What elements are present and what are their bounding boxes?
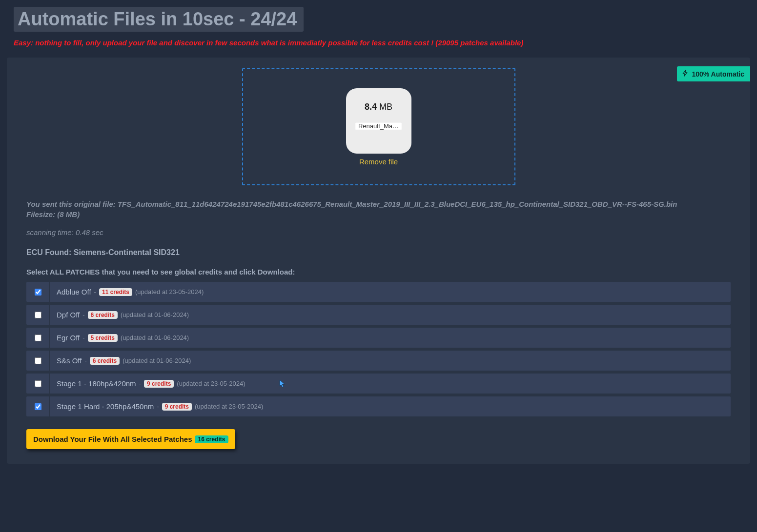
download-button[interactable]: Download Your File With All Selected Pat… [26, 429, 235, 449]
patch-row: Egr Off - 5 credits (updated at 01-06-20… [26, 328, 731, 348]
page-subtitle: Easy: nothing to fill, only upload your … [14, 39, 757, 47]
credit-badge: 5 credits [88, 334, 118, 342]
patch-checkbox[interactable] [35, 357, 41, 364]
patch-checkbox-cell [26, 374, 50, 394]
file-name: Renault_Ma… [355, 122, 402, 130]
dash: - [157, 403, 159, 410]
file-size: 8.4 MB [365, 102, 392, 112]
credit-badge: 9 credits [144, 380, 174, 388]
dash: - [139, 380, 141, 387]
credit-badge: 6 credits [88, 311, 118, 319]
sent-file-line: You sent this original file: TFS_Automat… [26, 200, 731, 208]
automatic-badge: 100% Automatic [677, 66, 750, 81]
patch-name: Egr Off [57, 334, 80, 342]
main-card: 100% Automatic 8.4 MB Renault_Ma… Remove… [7, 58, 750, 464]
patch-name: Adblue Off [57, 288, 91, 296]
filesize-line: Filesize: (8 MB) [26, 210, 731, 218]
patch-name: Stage 1 Hard - 205hp&450nm [57, 402, 154, 411]
patch-checkbox-cell [26, 328, 50, 348]
file-size-value: 8.4 [365, 102, 377, 112]
flash-icon [682, 70, 689, 78]
patch-checkbox[interactable] [35, 289, 41, 296]
patch-checkbox[interactable] [35, 380, 41, 387]
patch-checkbox-cell [26, 282, 50, 302]
remove-file-link[interactable]: Remove file [359, 158, 398, 166]
credit-badge: 11 credits [99, 288, 132, 296]
patch-body[interactable]: Adblue Off - 11 credits (updated at 23-0… [50, 282, 731, 302]
credit-badge: 9 credits [162, 403, 192, 411]
patch-updated: (updated at 01-06-2024) [123, 357, 191, 364]
dash: - [84, 357, 86, 364]
patch-updated: (updated at 23-05-2024) [195, 403, 263, 410]
select-instruction: Select ALL PATCHES that you need to see … [26, 268, 731, 276]
patch-list: Adblue Off - 11 credits (updated at 23-0… [26, 282, 731, 416]
patch-checkbox-cell [26, 396, 50, 416]
patch-row: Dpf Off - 6 credits (updated at 01-06-20… [26, 305, 731, 325]
patch-body[interactable]: Dpf Off - 6 credits (updated at 01-06-20… [50, 305, 731, 325]
patch-body[interactable]: Stage 1 - 180hp&420nm - 9 credits (updat… [50, 374, 731, 394]
ecu-found-line: ECU Found: Siemens-Continental SID321 [26, 248, 731, 257]
patch-row: S&s Off - 6 credits (updated at 01-06-20… [26, 351, 731, 371]
patch-updated: (updated at 01-06-2024) [121, 311, 189, 318]
dash: - [82, 334, 84, 341]
patch-row: Stage 1 Hard - 205hp&450nm - 9 credits (… [26, 396, 731, 416]
download-button-label: Download Your File With All Selected Pat… [33, 435, 192, 443]
patch-body[interactable]: Stage 1 Hard - 205hp&450nm - 9 credits (… [50, 396, 731, 416]
patch-checkbox[interactable] [35, 335, 41, 341]
download-credits-badge: 16 credits [195, 435, 228, 443]
patch-updated: (updated at 01-06-2024) [121, 334, 189, 341]
patch-checkbox-cell [26, 351, 50, 371]
credit-badge: 6 credits [90, 357, 120, 365]
patch-name: Stage 1 - 180hp&420nm [57, 379, 136, 388]
file-size-unit: MB [377, 102, 392, 112]
uploaded-file-card: 8.4 MB Renault_Ma… [346, 88, 411, 154]
patch-body[interactable]: Egr Off - 5 credits (updated at 01-06-20… [50, 328, 731, 348]
page-title: Automatic Files in 10sec - 24/24 [14, 7, 304, 32]
scan-time-line: scanning time: 0.48 sec [26, 228, 731, 236]
patch-updated: (updated at 23-05-2024) [135, 288, 204, 296]
patch-checkbox[interactable] [35, 312, 41, 318]
automatic-badge-label: 100% Automatic [692, 70, 744, 78]
patch-updated: (updated at 23-05-2024) [177, 380, 245, 387]
dash: - [94, 288, 96, 296]
patch-checkbox[interactable] [35, 403, 41, 410]
patch-name: Dpf Off [57, 311, 80, 319]
patch-row: Stage 1 - 180hp&420nm - 9 credits (updat… [26, 374, 731, 394]
patch-body[interactable]: S&s Off - 6 credits (updated at 01-06-20… [50, 351, 731, 371]
dash: - [82, 311, 84, 318]
patch-name: S&s Off [57, 356, 82, 365]
patch-checkbox-cell [26, 305, 50, 325]
upload-dropzone[interactable]: 8.4 MB Renault_Ma… Remove file [242, 68, 515, 185]
patch-row: Adblue Off - 11 credits (updated at 23-0… [26, 282, 731, 302]
